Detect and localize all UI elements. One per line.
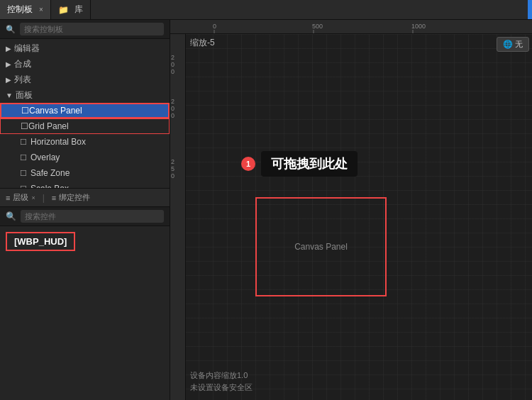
ruler-v-5: 0 <box>171 105 174 112</box>
zoom-label: 缩放-5 <box>190 37 215 49</box>
arrow-panel: ▼ <box>6 91 13 99</box>
ruler-v-2: 0 <box>171 61 174 68</box>
canvas-globe-btn[interactable]: 🌐 无 <box>497 37 529 52</box>
arrow-editor: ▶ <box>6 45 11 52</box>
bind-controls-icon: ≡ <box>52 194 56 202</box>
search-bar: 🔍 <box>0 20 170 39</box>
tab-control-panel-label: 控制板 <box>7 4 33 16</box>
top-tab-bar: 控制板 × 📁 库 <box>0 0 532 20</box>
lower-tabs: ≡ 层级 × | ≡ 绑定控件 <box>0 189 170 207</box>
section-list[interactable]: ▶ 列表 <box>0 72 170 87</box>
tree-list: ▶ 编辑器 ▶ 合成 ▶ 列表 ▼ 面板 <box>0 39 170 188</box>
panel-upper: 🔍 ▶ 编辑器 ▶ 合成 ▶ 列表 <box>0 20 170 189</box>
device-safe-label: 未设置设备安全区 <box>190 382 253 394</box>
drag-text: 可拖拽到此处 <box>261 151 358 177</box>
section-compose-label: 合成 <box>14 58 31 70</box>
tab-bind-controls[interactable]: ≡ 绑定控件 <box>46 189 96 206</box>
ruler-v-6: 0 <box>171 112 174 119</box>
layers-close[interactable]: × <box>31 194 35 201</box>
wbp-hud-item[interactable]: [WBP_HUD] <box>6 232 75 251</box>
canvas-panel-icon: ☐ <box>21 106 29 116</box>
layers-content: [WBP_HUD] <box>0 226 170 400</box>
drag-tooltip: 1 可拖拽到此处 <box>241 151 358 177</box>
bind-controls-label: 绑定控件 <box>59 192 90 203</box>
ruler-v-8: 5 <box>171 165 174 172</box>
tab-control-panel-close[interactable]: × <box>39 6 43 13</box>
section-editor-label: 编辑器 <box>14 43 40 55</box>
canvas-controls: 🌐 无 <box>497 37 529 52</box>
scale-box-label: Scale Box <box>31 184 69 188</box>
ruler-v-9: 0 <box>171 172 174 179</box>
overlay-icon: ☐ <box>20 153 27 162</box>
lower-search-icon: 🔍 <box>6 211 16 221</box>
canvas-panel-viewport[interactable]: Canvas Panel <box>255 197 387 296</box>
safe-zone-label: Safe Zone <box>31 168 70 178</box>
search-input[interactable] <box>20 23 164 35</box>
ruler-h-1000: 1000 <box>411 23 426 30</box>
overlay-label: Overlay <box>31 152 60 162</box>
arrow-compose: ▶ <box>6 60 11 68</box>
scale-box-icon: ☐ <box>20 184 27 189</box>
tab-sep: | <box>41 193 46 203</box>
tab-library-label: 库 <box>74 4 83 16</box>
ruler-horizontal: 0 500 1000 <box>170 20 532 34</box>
ruler-h-500: 500 <box>312 23 323 30</box>
drag-badge: 1 <box>241 157 255 171</box>
section-compose[interactable]: ▶ 合成 <box>0 56 170 72</box>
left-panel: 🔍 ▶ 编辑器 ▶ 合成 ▶ 列表 <box>0 20 170 400</box>
tree-item-canvas-panel[interactable]: ☐ Canvas Panel <box>0 103 170 118</box>
tree-item-overlay[interactable]: ☐ Overlay <box>0 150 170 165</box>
grid-panel-label: Grid Panel <box>28 121 69 131</box>
safe-zone-icon: ☐ <box>20 169 27 178</box>
tab-layers[interactable]: ≡ 层级 × <box>0 189 41 206</box>
ruler-vertical: 2 0 0 2 0 0 2 5 0 <box>170 34 186 400</box>
tree-item-grid-panel[interactable]: ☐ Grid Panel <box>0 118 170 134</box>
ruler-v-4: 2 <box>171 98 174 105</box>
section-list-label: 列表 <box>14 74 31 86</box>
tab-control-panel[interactable]: 控制板 × <box>0 0 51 19</box>
canvas-btn-none-label: 无 <box>515 40 523 48</box>
canvas-panel-viewport-label: Canvas Panel <box>294 242 348 252</box>
hbox-icon: ☐ <box>20 138 27 147</box>
main-layout: 🔍 ▶ 编辑器 ▶ 合成 ▶ 列表 <box>0 20 532 400</box>
panel-lower: ≡ 层级 × | ≡ 绑定控件 🔍 [WBP_HUD] <box>0 189 170 400</box>
tree-item-horizontal-box[interactable]: ☐ Horizontal Box <box>0 134 170 150</box>
layers-search-input[interactable] <box>21 210 164 223</box>
ruler-h-0: 0 <box>213 23 216 30</box>
search-icon: 🔍 <box>6 25 16 34</box>
lower-search-bar: 🔍 <box>0 207 170 226</box>
ruler-v-1: 2 <box>171 54 174 61</box>
hbox-label: Horizontal Box <box>31 137 86 147</box>
globe-icon: 🌐 <box>503 40 513 48</box>
grid-panel-icon: ☐ <box>21 121 28 131</box>
ruler-v-3: 0 <box>171 68 174 75</box>
canvas-bottom-info: 设备内容缩放1.0 未设置设备安全区 <box>190 370 253 394</box>
canvas-panel-label: Canvas Panel <box>29 106 82 116</box>
layers-label: 层级 <box>13 192 28 203</box>
ruler-v-7: 2 <box>171 158 174 165</box>
device-scale-label: 设备内容缩放1.0 <box>190 370 253 382</box>
tree-item-safe-zone[interactable]: ☐ Safe Zone <box>0 165 170 181</box>
section-panel[interactable]: ▼ 面板 <box>0 87 170 103</box>
section-editor[interactable]: ▶ 编辑器 <box>0 40 170 56</box>
section-panel-label: 面板 <box>16 89 33 101</box>
tab-library[interactable]: 📁 库 <box>51 0 91 19</box>
canvas-area[interactable]: 0 500 1000 2 0 0 2 0 0 2 5 0 缩放-5 <box>170 20 532 400</box>
layers-icon: ≡ <box>6 194 10 202</box>
tree-item-scale-box[interactable]: ☐ Scale Box <box>0 181 170 188</box>
wbp-hud-label: [WBP_HUD] <box>14 236 67 247</box>
arrow-list: ▶ <box>6 76 11 84</box>
